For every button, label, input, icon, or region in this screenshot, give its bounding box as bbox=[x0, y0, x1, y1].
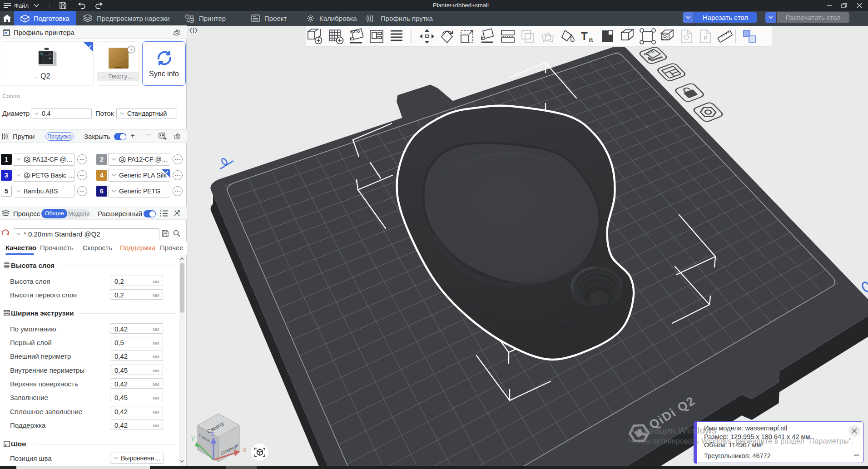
svg-text:y: y bbox=[191, 434, 195, 441]
svg-text:z: z bbox=[211, 430, 214, 437]
svg-text:a: a bbox=[589, 35, 593, 44]
svg-text:AUTO: AUTO bbox=[350, 30, 360, 34]
svg-text:x: x bbox=[243, 445, 247, 453]
svg-text:P: P bbox=[704, 35, 708, 41]
svg-text:T: T bbox=[581, 30, 588, 42]
